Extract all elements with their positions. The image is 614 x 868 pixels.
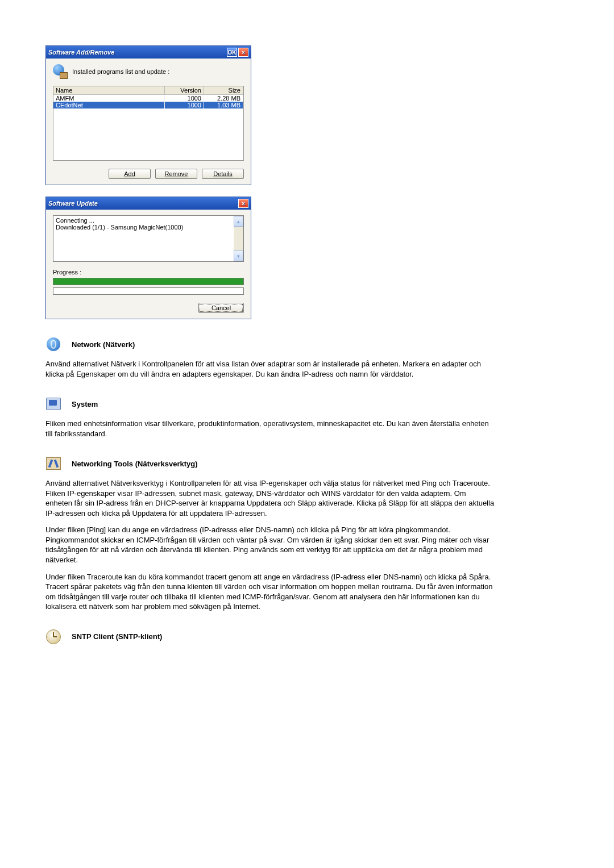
close-button[interactable]: × <box>238 48 248 57</box>
titlebar[interactable]: Software Update × <box>46 197 251 210</box>
network-icon <box>45 336 61 352</box>
section-system: System Fliken med enhetsinformation visa… <box>45 396 569 439</box>
log-line: Connecting ... <box>56 217 231 224</box>
cell-size: 2.28 MB <box>204 95 243 102</box>
section-title: System <box>72 400 98 408</box>
details-button[interactable]: Details <box>202 169 244 179</box>
add-button[interactable]: Add <box>109 169 151 179</box>
section-title: Network (Nätverk) <box>72 340 135 349</box>
section-sntp: SNTP Client (SNTP-klient) <box>45 629 569 645</box>
table-row[interactable]: CEdotNet 1000 1.03 MB <box>53 102 243 108</box>
section-head: Networking Tools (Nätverksverktyg) <box>45 456 569 471</box>
paragraph: Fliken med enhetsinformation visar tillv… <box>45 419 495 439</box>
dialog-body: Connecting ... Downloaded (1/1) - Samsun… <box>46 210 251 319</box>
log-line: Downloaded (1/1) - Samsung MagicNet(1000… <box>56 224 231 231</box>
section-title: SNTP Client (SNTP-klient) <box>72 632 162 641</box>
progress-label: Progress : <box>53 269 244 276</box>
networking-tools-icon <box>45 456 61 471</box>
col-size[interactable]: Size <box>204 86 243 95</box>
cell-name: CEdotNet <box>53 102 165 108</box>
dialog-software-update: Software Update × Connecting ... Downloa… <box>45 197 251 319</box>
table-header: Name Version Size <box>53 86 243 95</box>
log-text: Connecting ... Downloaded (1/1) - Samsun… <box>53 216 234 261</box>
scroll-up-button[interactable]: ▴ <box>234 216 243 227</box>
cell-version: 1000 <box>165 102 204 108</box>
button-row: Add Remove Details <box>53 169 244 179</box>
cell-size: 1.03 MB <box>204 102 243 108</box>
cancel-button[interactable]: Cancel <box>198 303 244 313</box>
titlebar[interactable]: Software Add/Remove OK × <box>46 46 251 59</box>
progress-bars <box>53 278 244 295</box>
scrollbar[interactable]: ▴ ▾ <box>234 216 243 261</box>
section-networking-tools: Networking Tools (Nätverksverktyg) Använ… <box>45 456 569 612</box>
button-row: Cancel <box>53 303 244 313</box>
programs-table[interactable]: Name Version Size AMFM 1000 2.28 MB CEdo… <box>53 86 244 161</box>
sntp-icon <box>45 629 61 645</box>
scroll-down-button[interactable]: ▾ <box>234 251 243 261</box>
close-button[interactable]: × <box>238 199 248 208</box>
col-version[interactable]: Version <box>165 86 204 95</box>
dialog-software-add-remove: Software Add/Remove OK × Installed progr… <box>45 45 251 185</box>
section-title: Networking Tools (Nätverksverktyg) <box>72 460 198 468</box>
ok-button[interactable]: OK <box>227 48 237 57</box>
titlebar-title: Software Add/Remove <box>48 49 226 56</box>
programs-icon <box>53 64 68 79</box>
dialog-body: Installed programs list and update : Nam… <box>46 59 251 185</box>
table-row[interactable]: AMFM 1000 2.28 MB <box>53 95 243 102</box>
list-header-row: Installed programs list and update : <box>53 64 244 79</box>
paragraph: Använd alternativet Nätverksverktyg i Ko… <box>45 478 495 518</box>
section-head: SNTP Client (SNTP-klient) <box>45 629 569 645</box>
cell-version: 1000 <box>165 95 204 102</box>
section-head: Network (Nätverk) <box>45 336 569 352</box>
progress-bar-bottom <box>53 287 244 295</box>
section-head: System <box>45 396 569 412</box>
page: Software Add/Remove OK × Installed progr… <box>0 0 614 697</box>
progress-bar-top <box>53 278 244 285</box>
log-box: Connecting ... Downloaded (1/1) - Samsun… <box>53 215 244 262</box>
titlebar-title: Software Update <box>48 200 237 207</box>
paragraph: Under fliken [Ping] kan du ange en värda… <box>45 525 495 565</box>
system-icon <box>45 396 61 412</box>
paragraph: Under fliken Traceroute kan du köra komm… <box>45 572 495 612</box>
paragraph: Använd alternativet Nätverk i Kontrollpa… <box>45 359 495 379</box>
col-name[interactable]: Name <box>53 86 165 95</box>
remove-button[interactable]: Remove <box>155 169 197 179</box>
installed-list-label: Installed programs list and update : <box>72 68 169 75</box>
section-network: Network (Nätverk) Använd alternativet Nä… <box>45 336 569 379</box>
cell-name: AMFM <box>53 95 165 102</box>
